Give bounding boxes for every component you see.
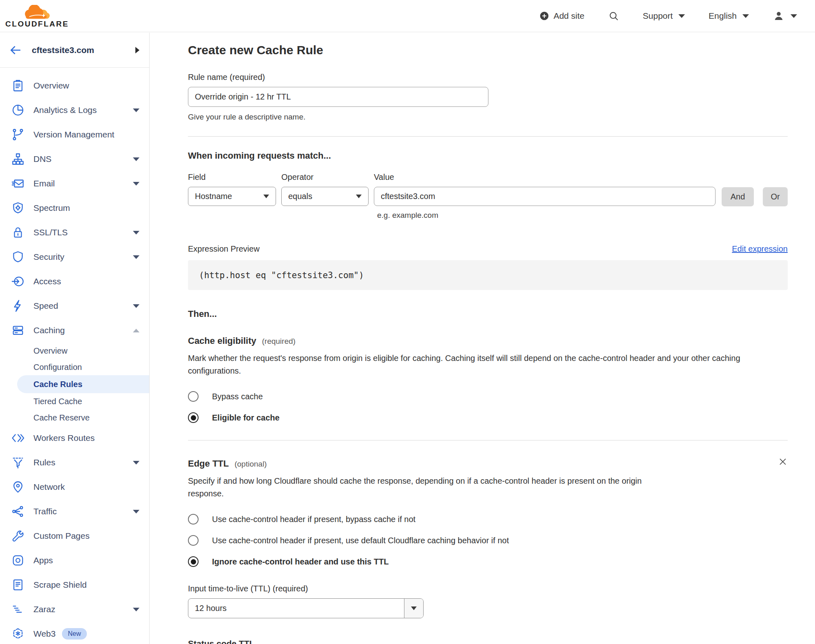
sidebar-subitem-cache-reserve[interactable]: Cache Reserve [0, 409, 149, 426]
cloudflare-wordmark: CLOUDFLARE [5, 20, 69, 29]
speed-icon [11, 299, 25, 313]
expression-preview-label: Expression Preview [188, 244, 260, 254]
add-site-button[interactable]: Add site [539, 11, 585, 21]
sidebar-item-version-management[interactable]: Version Management [0, 122, 149, 147]
chevron-down-icon [133, 510, 139, 513]
top-nav: Add site Support English [539, 10, 797, 22]
sidebar-item-overview[interactable]: Overview [0, 73, 149, 98]
radio-option-eligible-for-cache[interactable]: Eligible for cache [188, 412, 788, 423]
sidebar-item-ssl-tls[interactable]: SSL/TLS [0, 220, 149, 245]
scrape-shield-icon [11, 578, 25, 592]
chevron-down-icon [742, 14, 749, 18]
radio-button[interactable] [188, 535, 199, 546]
support-menu[interactable]: Support [643, 11, 685, 21]
zaraz-icon [11, 602, 25, 616]
chevron-down-icon [133, 304, 139, 308]
ttl-select[interactable]: 12 hours [188, 598, 424, 618]
network-icon [11, 480, 25, 494]
sidebar-item-rules[interactable]: Rules [0, 450, 149, 475]
edit-expression-link[interactable]: Edit expression [732, 244, 788, 254]
section-divider [188, 440, 788, 440]
sidebar-subitem-overview[interactable]: Overview [0, 343, 149, 359]
expression-header: Expression Preview Edit expression [188, 244, 788, 254]
sidebar-item-security[interactable]: Security [0, 245, 149, 269]
account-menu[interactable] [773, 10, 797, 22]
sidebar-nav: OverviewAnalytics & LogsVersion Manageme… [0, 68, 149, 644]
operator-select[interactable]: equals [281, 187, 369, 206]
sidebar-item-caching[interactable]: Caching [0, 318, 149, 343]
expression-code: (http.host eq "cftestsite3.com") [188, 260, 788, 290]
sidebar-subitem-cache-rules[interactable]: Cache Rules [17, 375, 149, 393]
add-site-label: Add site [554, 11, 585, 21]
chevron-down-icon [411, 606, 417, 610]
sidebar-item-traffic[interactable]: Traffic [0, 499, 149, 524]
security-icon [11, 250, 25, 264]
new-badge: New [62, 628, 86, 640]
sidebar-item-workers-routes[interactable]: Workers Routes [0, 426, 149, 450]
sidebar-item-speed[interactable]: Speed [0, 294, 149, 318]
sidebar-item-access[interactable]: Access [0, 269, 149, 294]
radio-button[interactable] [188, 412, 199, 423]
sidebar-item-spectrum[interactable]: Spectrum [0, 196, 149, 220]
email-icon [11, 177, 25, 190]
chevron-up-icon [133, 329, 139, 332]
cache-eligibility-options: Bypass cacheEligible for cache [188, 391, 788, 423]
sidebar-item-custom-pages[interactable]: Custom Pages [0, 524, 149, 548]
edge-ttl-options: Use cache-control header if present, byp… [188, 514, 788, 567]
sidebar-item-web3[interactable]: Web3New [0, 622, 149, 644]
cache-eligibility-heading-row: Cache eligibility (required) [188, 336, 788, 346]
value-help: e.g. example.com [374, 211, 716, 220]
chevron-down-icon [133, 255, 139, 259]
chevron-down-icon [678, 14, 685, 18]
language-label: English [709, 11, 737, 21]
cloudflare-cloud-icon [22, 5, 52, 19]
status-code-ttl-heading: Status code TTL [188, 639, 788, 644]
value-input[interactable] [374, 187, 716, 206]
sidebar-subitem-configuration[interactable]: Configuration [0, 359, 149, 375]
sidebar-item-email[interactable]: Email [0, 171, 149, 196]
sidebar-item-dns[interactable]: DNS [0, 147, 149, 171]
or-button[interactable]: Or [763, 187, 788, 206]
analytics-icon [11, 103, 25, 117]
chevron-down-icon [263, 195, 269, 198]
sidebar-item-scrape-shield[interactable]: Scrape Shield [0, 573, 149, 597]
sidebar-item-network[interactable]: Network [0, 475, 149, 499]
sidebar-item-zaraz[interactable]: Zaraz [0, 597, 149, 622]
user-icon [773, 10, 785, 22]
top-header: CLOUDFLARE Add site Support English [0, 0, 815, 32]
dns-icon [11, 152, 25, 166]
back-arrow-icon[interactable] [9, 44, 22, 57]
required-tag: (required) [262, 337, 296, 346]
radio-option-bypass-cache[interactable]: Bypass cache [188, 391, 788, 402]
close-icon[interactable] [778, 457, 788, 467]
support-label: Support [643, 11, 673, 21]
and-button[interactable]: And [722, 187, 754, 206]
workers-icon [11, 431, 25, 445]
field-select-value: Hostname [195, 192, 232, 201]
rule-name-input[interactable] [188, 87, 488, 107]
search-icon [608, 11, 619, 22]
chevron-down-icon [133, 231, 139, 235]
ttl-select-caret-button[interactable] [404, 599, 423, 618]
radio-option-use-cache-control-header-if-present-use-[interactable]: Use cache-control header if present, use… [188, 535, 788, 546]
chevron-right-icon[interactable] [135, 47, 139, 53]
rules-icon [11, 456, 25, 469]
sidebar-item-apps[interactable]: Apps [0, 548, 149, 573]
radio-button[interactable] [188, 556, 199, 567]
ssl-icon [11, 226, 25, 239]
radio-option-use-cache-control-header-if-present-bypa[interactable]: Use cache-control header if present, byp… [188, 514, 788, 524]
radio-option-ignore-cache-control-header-and-use-this[interactable]: Ignore cache-control header and use this… [188, 556, 788, 567]
chevron-down-icon [791, 14, 797, 18]
then-heading: Then... [188, 309, 788, 319]
optional-tag: (optional) [234, 460, 267, 469]
ttl-input-label: Input time-to-live (TTL) (required) [188, 584, 788, 593]
language-menu[interactable]: English [709, 11, 749, 21]
sidebar-subitem-tiered-cache[interactable]: Tiered Cache [0, 393, 149, 409]
caching-icon [11, 323, 25, 337]
sidebar-item-analytics-logs[interactable]: Analytics & Logs [0, 98, 149, 122]
field-select[interactable]: Hostname [188, 187, 276, 206]
radio-button[interactable] [188, 391, 199, 402]
radio-button[interactable] [188, 514, 199, 524]
search-button[interactable] [608, 11, 619, 22]
main-content: Create new Cache Rule Rule name (require… [150, 33, 815, 644]
